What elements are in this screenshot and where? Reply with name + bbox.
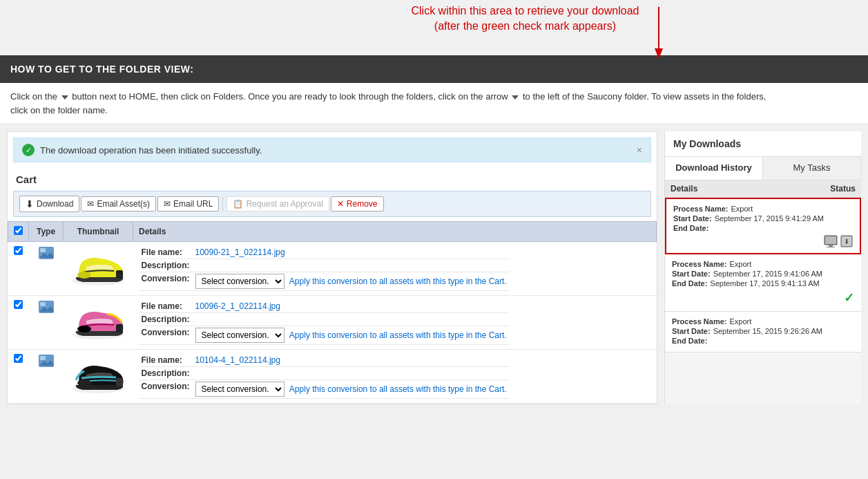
cart-title: Cart: [8, 168, 657, 191]
downloads-title: My Downloads: [665, 131, 861, 157]
svg-rect-7: [116, 270, 123, 279]
item1-start-row: Start Date: September 17, 2015 9:41:29 A…: [673, 214, 853, 223]
svg-rect-19: [116, 378, 123, 386]
row3-apply-link[interactable]: Apply this conversion to all assets with…: [289, 384, 507, 394]
conversion-label: Conversion:: [139, 272, 193, 291]
download-button[interactable]: ⬇ Download: [19, 196, 79, 212]
table-row: File name: 10096-2_1_022114.jpg Descript…: [8, 296, 657, 350]
row1-file-details: File name: 10090-21_1_022114.jpg Descrip…: [139, 246, 651, 291]
tab-my-tasks[interactable]: My Tasks: [763, 157, 861, 180]
svg-text:⬇: ⬇: [844, 238, 849, 245]
item1-actions: ⬇: [673, 235, 853, 247]
item2-start-label: Start Date:: [672, 270, 711, 278]
dropdown-arrow-icon: [61, 95, 68, 100]
row1-conversion-select[interactable]: Select conversion.: [195, 274, 284, 289]
svg-point-6: [77, 272, 91, 279]
cart-panel: ✓ The download operation has been initia…: [7, 131, 657, 404]
row3-thumbnail-cell: [64, 350, 133, 404]
item3-process-value: Export: [730, 317, 752, 326]
row2-type-cell: [29, 296, 64, 350]
item2-end-label: End Date:: [672, 279, 707, 288]
item1-start-value: September 17, 2015 9:41:29 AM: [715, 214, 824, 223]
description-label-3: Description:: [139, 367, 193, 380]
row1-filename: 10090-21_1_022114.jpg: [193, 246, 510, 259]
item1-process-row: Process Name: Export: [673, 205, 853, 213]
item3-start-row: Start Date: September 15, 2015 9:26:26 A…: [672, 327, 854, 335]
row3-file-details: File name: 10104-4_1_022114.jpg Descript…: [139, 354, 651, 399]
svg-point-18: [77, 379, 91, 386]
svg-marker-1: [655, 48, 663, 59]
row3-conversion-select[interactable]: Select conversion.: [195, 382, 284, 397]
item2-end-value: September 17, 2015 9:41:13 AM: [710, 279, 819, 288]
svg-rect-13: [116, 324, 123, 332]
row3-type-cell: [29, 350, 64, 404]
remove-button[interactable]: ✕ Remove: [331, 196, 384, 212]
item1-end-label: End Date:: [673, 224, 708, 232]
download-item-1[interactable]: Process Name: Export Start Date: Septemb…: [665, 198, 861, 254]
item2-process-label: Process Name:: [672, 260, 727, 268]
success-message: ✓ The download operation has been initia…: [13, 138, 651, 162]
row1-checkbox-cell: [8, 242, 29, 296]
status-sub-col: Status: [763, 180, 861, 197]
thumbnail-header: Thumbnail: [64, 222, 133, 242]
email-url-button[interactable]: ✉ Email URL: [157, 196, 219, 212]
monitor-icon[interactable]: [824, 235, 839, 247]
item3-end-label: End Date:: [672, 337, 707, 345]
download-item-2: Process Name: Export Start Date: Septemb…: [665, 254, 861, 312]
downloads-panel: My Downloads Download History My Tasks D…: [664, 131, 861, 404]
row1-checkbox[interactable]: [14, 246, 23, 255]
item2-process-row: Process Name: Export: [672, 260, 854, 268]
svg-rect-9: [40, 302, 46, 306]
row2-checkbox[interactable]: [14, 300, 23, 309]
annotation-arrow: [648, 7, 669, 62]
cart-toolbar: ⬇ Download ✉ Email Asset(s) ✉ Email URL …: [13, 191, 651, 217]
row2-file-details: File name: 10096-2_1_022114.jpg Descript…: [139, 300, 651, 345]
table-row: File name: 10090-21_1_022114.jpg Descrip…: [8, 242, 657, 296]
email-icon: ✉: [87, 199, 94, 209]
conversion-label-3: Conversion:: [139, 380, 193, 399]
row2-thumbnail-cell: [64, 296, 133, 350]
image-type-icon: [38, 246, 55, 260]
item1-process-label: Process Name:: [673, 205, 729, 213]
select-all-header: [8, 222, 29, 242]
row3-description: [193, 367, 510, 380]
annotation-area: Click within this area to retrieve your …: [0, 0, 868, 55]
filename-label-2: File name:: [139, 300, 193, 313]
row1-detail-cell: File name: 10090-21_1_022114.jpg Descrip…: [133, 242, 657, 296]
request-approval-button[interactable]: 📋 Request an Approval: [226, 196, 329, 212]
row3-filename: 10104-4_1_022114.jpg: [193, 354, 510, 367]
item3-end-row: End Date:: [672, 337, 854, 345]
row3-conversion-cell: Select conversion. Apply this conversion…: [193, 380, 510, 399]
row2-apply-link[interactable]: Apply this conversion to all assets with…: [289, 330, 507, 340]
type-header: Type: [29, 222, 64, 242]
row2-checkbox-cell: [8, 296, 29, 350]
item3-process-label: Process Name:: [672, 317, 727, 326]
item2-end-row: End Date: September 17, 2015 9:41:13 AM: [672, 279, 854, 288]
download-small-icon[interactable]: ⬇: [840, 235, 853, 247]
svg-rect-3: [40, 248, 46, 252]
image-type-icon-2: [38, 300, 55, 314]
folder-view-header: HOW TO GET TO THE FOLDER VIEW:: [0, 55, 868, 83]
item3-start-label: Start Date:: [672, 327, 711, 335]
filename-label-3: File name:: [139, 354, 193, 367]
download-icon: ⬇: [26, 198, 34, 209]
downloads-list: Process Name: Export Start Date: Septemb…: [665, 198, 861, 353]
item3-start-value: September 15, 2015 9:26:26 AM: [713, 327, 822, 335]
cart-table: Type Thumbnail Details: [8, 221, 657, 404]
downloads-sub-header: Details Status: [665, 180, 861, 198]
email-assets-button[interactable]: ✉ Email Asset(s): [81, 196, 156, 212]
row3-detail-cell: File name: 10104-4_1_022114.jpg Descript…: [133, 350, 657, 404]
filename-label: File name:: [139, 246, 193, 259]
tab-download-history[interactable]: Download History: [665, 157, 763, 180]
item1-process-value: Export: [731, 205, 753, 213]
success-close-button[interactable]: ×: [637, 144, 642, 156]
item3-process-row: Process Name: Export: [672, 317, 854, 326]
details-header: Details: [133, 222, 657, 242]
download-item-3: Process Name: Export Start Date: Septemb…: [665, 312, 861, 353]
row1-apply-link[interactable]: Apply this conversion to all assets with…: [289, 276, 507, 286]
svg-rect-15: [40, 356, 46, 360]
row3-checkbox[interactable]: [14, 354, 23, 363]
select-all-checkbox[interactable]: [14, 226, 23, 235]
instruction-text: Click on the button next to HOME, then c…: [0, 83, 868, 124]
row2-conversion-select[interactable]: Select conversion.: [195, 328, 284, 343]
